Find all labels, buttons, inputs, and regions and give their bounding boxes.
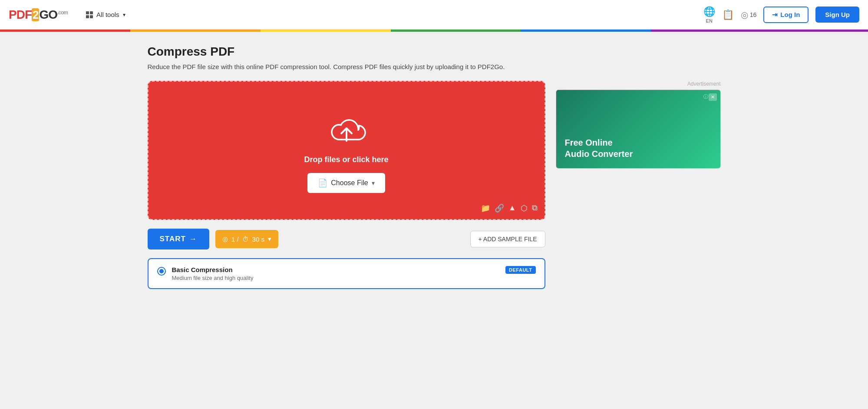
- default-badge: DEFAULT: [505, 266, 535, 274]
- folder-icon[interactable]: 📁: [481, 203, 490, 213]
- credits-badge[interactable]: ◎ 16: [741, 10, 757, 20]
- clipboard-icon: 📋: [722, 9, 734, 20]
- eye-small-icon: ◎: [222, 235, 228, 243]
- chevron-down-icon: ▾: [123, 12, 125, 18]
- clock-icon: ⏱: [242, 236, 249, 243]
- signup-label: Sign Up: [825, 11, 850, 18]
- upload-zone[interactable]: Drop files or click here 📄 Choose File ▾…: [148, 81, 545, 220]
- main-column: Drop files or click here 📄 Choose File ▾…: [148, 81, 545, 293]
- ad-label: Advertisement: [556, 81, 721, 87]
- start-button[interactable]: START →: [148, 229, 209, 249]
- ad-box: ⓘ ✕ Free OnlineAudio Converter: [556, 90, 721, 169]
- ad-inner: ⓘ ✕ Free OnlineAudio Converter: [556, 90, 720, 168]
- login-button[interactable]: ⇥ Log In: [763, 7, 809, 23]
- choose-file-button[interactable]: 📄 Choose File ▾: [307, 173, 385, 193]
- signup-button[interactable]: Sign Up: [815, 7, 859, 23]
- eye-icon: ◎: [741, 10, 748, 20]
- cloud-upload-icon: [327, 117, 366, 148]
- time-badge-text: 30 s: [252, 236, 264, 243]
- drop-text: Drop files or click here: [304, 155, 388, 164]
- copy-icon[interactable]: ⧉: [532, 203, 538, 213]
- choose-file-label: Choose File: [331, 179, 368, 187]
- header: PDF2GO.com All tools ▾ 🌐 EN 📋 ◎ 16 ⇥ Log…: [0, 0, 868, 30]
- info-chevron-icon: ▾: [268, 235, 271, 243]
- content-row: Drop files or click here 📄 Choose File ▾…: [148, 81, 721, 293]
- file-icon: 📄: [318, 178, 327, 188]
- logo-2: 2: [32, 8, 39, 21]
- basic-option-text: Basic Compression Medium file size and h…: [172, 266, 500, 281]
- ad-info-icon[interactable]: ⓘ: [703, 93, 708, 100]
- basic-option-title: Basic Compression: [172, 266, 500, 273]
- login-arrow-icon: ⇥: [772, 11, 778, 19]
- page-description: Reduce the PDF file size with this onlin…: [148, 63, 721, 70]
- add-sample-label: + ADD SAMPLE FILE: [479, 236, 537, 243]
- grid-icon: [86, 11, 93, 18]
- globe-icon: 🌐: [703, 6, 715, 17]
- ad-title: Free OnlineAudio Converter: [565, 137, 712, 160]
- logo-text: PDF2GO.com: [9, 8, 68, 22]
- dropbox-icon[interactable]: ⬡: [521, 203, 528, 213]
- basic-option-desc: Medium file size and high quality: [172, 275, 500, 281]
- ad-close-button[interactable]: ✕: [709, 93, 717, 101]
- history-button[interactable]: 📋: [722, 9, 734, 20]
- page-title: Compress PDF: [148, 45, 721, 59]
- language-label: EN: [706, 18, 713, 23]
- radio-basic[interactable]: [157, 267, 166, 276]
- all-tools-label: All tools: [96, 11, 119, 18]
- logo-com: .com: [57, 9, 68, 15]
- choose-file-chevron-icon: ▾: [372, 180, 375, 186]
- upload-bottom-icons: 📁 🔗 ▲ ⬡ ⧉: [481, 203, 538, 213]
- side-column: Advertisement ⓘ ✕ Free OnlineAudio Conve…: [556, 81, 721, 169]
- main-content: Compress PDF Reduce the PDF file size wi…: [130, 32, 738, 306]
- logo-go: GO: [39, 8, 57, 21]
- credits-badge-text: 1 /: [231, 236, 239, 243]
- start-arrow-icon: →: [189, 235, 197, 243]
- start-row: START → ◎ 1 / ⏱ 30 s ▾ + ADD SAMPLE FILE: [148, 229, 545, 249]
- credits-count: 16: [750, 11, 757, 18]
- logo[interactable]: PDF2GO.com: [9, 8, 68, 22]
- start-label: START: [160, 235, 186, 243]
- language-button[interactable]: 🌐 EN: [703, 6, 715, 23]
- add-sample-button[interactable]: + ADD SAMPLE FILE: [470, 231, 545, 247]
- drive-icon[interactable]: ▲: [508, 203, 516, 213]
- link-icon[interactable]: 🔗: [495, 203, 504, 213]
- info-badge[interactable]: ◎ 1 / ⏱ 30 s ▾: [215, 230, 278, 248]
- all-tools-button[interactable]: All tools ▾: [81, 7, 131, 22]
- login-label: Log In: [780, 11, 800, 18]
- basic-compression-option[interactable]: Basic Compression Medium file size and h…: [148, 258, 545, 289]
- header-right: 🌐 EN 📋 ◎ 16 ⇥ Log In Sign Up: [703, 6, 859, 23]
- logo-pdf: PDF: [9, 8, 32, 21]
